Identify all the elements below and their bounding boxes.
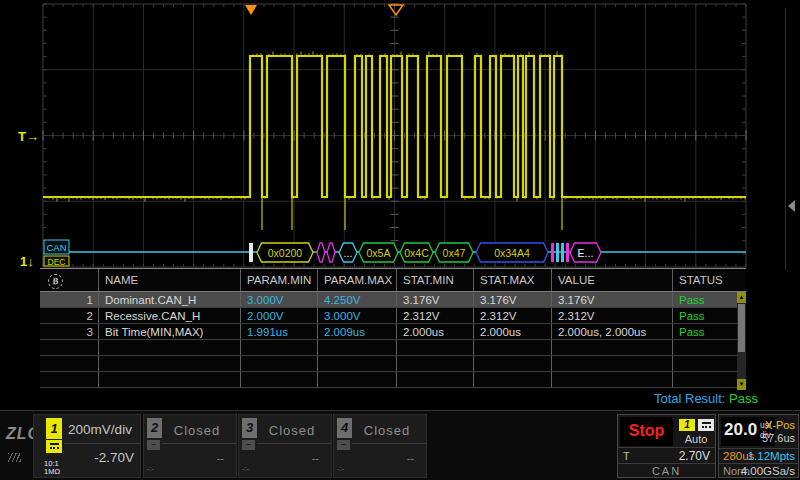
- table-cell: [240, 372, 317, 387]
- table-cell: [40, 356, 98, 371]
- table-cell: 1: [40, 292, 98, 307]
- channel-scale: 200mV/div: [64, 422, 136, 437]
- table-cell: [98, 356, 240, 371]
- table-cell: Dominant.CAN_H: [98, 292, 240, 307]
- status-bar: ZLG® 1200mV/div-2.70V10:11MΩ2Closed−---:…: [0, 410, 800, 480]
- scroll-down-icon[interactable]: ▼: [737, 379, 746, 390]
- column-header: STAT.MIN: [396, 269, 473, 291]
- timebase-scale: 20.0: [724, 420, 757, 440]
- table-cell: [98, 372, 240, 387]
- channel-value-placeholder: --: [217, 452, 224, 464]
- table-scrollbar[interactable]: ▲ ▼: [737, 292, 746, 390]
- measure-table-body: 1Dominant.CAN_H3.000V4.250V3.176V3.176V3…: [40, 292, 746, 388]
- can-decode-frame-label: 0x34A4: [494, 247, 530, 259]
- trigger-bus-type: CAN: [618, 465, 715, 477]
- timebase-status-box[interactable]: 20.0 us/ div X-Pos 57.6us 280us 1.12Mpts…: [718, 414, 799, 478]
- decode-label: DEC: [48, 257, 66, 267]
- table-cell: 1.991us: [240, 324, 317, 339]
- table-cell: 2.000us: [396, 324, 473, 339]
- table-cell: [473, 340, 551, 355]
- scroll-up-icon[interactable]: ▲: [737, 292, 746, 303]
- table-cell: [396, 340, 473, 355]
- can-decode-frame: [317, 243, 325, 262]
- can-bus-label: CAN: [46, 242, 66, 253]
- table-row[interactable]: 2Recessive.CAN_H2.000V3.000V2.312V2.312V…: [40, 308, 746, 324]
- table-cell: 2.312V: [473, 308, 551, 323]
- total-result: Total Result: Pass: [558, 391, 758, 406]
- table-cell: 3.176V: [473, 292, 551, 307]
- side-menu-divider: [785, 8, 786, 270]
- decode-bit-marker: [566, 243, 569, 262]
- channel-2-box[interactable]: 2Closed−---:-: [143, 414, 237, 478]
- table-cell: [317, 356, 396, 371]
- trigger-event-marker-icon[interactable]: [245, 5, 257, 15]
- oscilloscope-screen: T→1↓CANDEC0x0200...0x5A0x4C0x470x34A4E..…: [0, 0, 800, 480]
- table-cell: [396, 372, 473, 387]
- channel-4-box[interactable]: 4Closed−---:-: [333, 414, 427, 478]
- column-header: NAME: [98, 269, 240, 291]
- table-row[interactable]: 1Dominant.CAN_H3.000V4.250V3.176V3.176V3…: [40, 292, 746, 308]
- table-row[interactable]: [40, 372, 746, 388]
- divider: [64, 443, 140, 444]
- table-cell: 2.000V: [240, 308, 317, 323]
- table-cell: 2.000us: [473, 324, 551, 339]
- table-cell: 3.000V: [240, 292, 317, 307]
- coupling-dc-icon: [46, 440, 62, 453]
- side-menu-collapse-arrow[interactable]: [788, 200, 795, 212]
- trigger-mode: Auto: [677, 433, 715, 445]
- coupling-off-icon: −: [147, 440, 160, 450]
- table-cell: 3.000V: [317, 308, 396, 323]
- total-result-value: Pass: [729, 391, 758, 406]
- channel-3-box[interactable]: 3Closed−---:-: [238, 414, 332, 478]
- trigger-level-marker[interactable]: T→: [18, 129, 39, 144]
- can-decode-frame-label: ...: [344, 247, 353, 259]
- table-cell: Pass: [672, 292, 737, 307]
- coupling-off-icon: −: [337, 440, 350, 450]
- column-header: VALUE: [551, 269, 672, 291]
- channel-time-placeholder: -:-: [147, 464, 154, 473]
- channel-state: Closed: [257, 423, 327, 438]
- table-row[interactable]: [40, 356, 746, 372]
- trigger-status-box[interactable]: Stop 1 Auto T 2.70V CAN: [617, 414, 716, 478]
- table-cell: [240, 356, 317, 371]
- table-cell: [317, 340, 396, 355]
- can-decode-frame: [327, 243, 335, 262]
- channel-time-placeholder: -:-: [242, 464, 249, 473]
- channel-1-box[interactable]: 1200mV/div-2.70V10:11MΩ: [33, 414, 141, 478]
- can-decode-frame-label: 0x0200: [268, 247, 303, 259]
- measure-table-header: BNAMEPARAM.MINPARAM.MAXSTAT.MINSTAT.MAXV…: [40, 269, 746, 292]
- divider: [352, 443, 426, 444]
- table-cell: 4.250V: [317, 292, 396, 307]
- table-cell: [40, 340, 98, 355]
- total-result-label: Total Result:: [654, 391, 726, 406]
- column-header: STAT.MAX: [473, 269, 551, 291]
- channel-state: Closed: [352, 423, 422, 438]
- scrollbar-thumb[interactable]: [738, 304, 745, 352]
- table-row[interactable]: 3Bit Time(MIN,MAX)1.991us2.009us2.000us2…: [40, 324, 746, 340]
- table-row[interactable]: [40, 340, 746, 356]
- table-cell: [240, 340, 317, 355]
- bus-icon: B: [47, 273, 64, 290]
- channel1-position-marker[interactable]: 1↓: [20, 254, 34, 269]
- table-cell: [672, 340, 737, 355]
- column-header: STATUS: [672, 269, 746, 291]
- xpos-value: 57.6us: [762, 432, 795, 444]
- table-cell: [473, 372, 551, 387]
- grid: [43, 4, 746, 267]
- channel-number-badge: 3: [242, 418, 257, 438]
- bus-icon-cell: B: [40, 269, 98, 291]
- run-state-indicator[interactable]: Stop: [620, 417, 673, 446]
- table-cell: 3.176V: [396, 292, 473, 307]
- channel-number-badge: 1: [46, 418, 62, 439]
- table-cell: [40, 372, 98, 387]
- decode-bit-marker: [561, 243, 564, 262]
- trigger-position-marker-icon[interactable]: [389, 5, 403, 15]
- table-cell: 2.009us: [317, 324, 396, 339]
- table-cell: [473, 356, 551, 371]
- channel-state: Closed: [162, 423, 232, 438]
- table-cell: [672, 372, 737, 387]
- table-cell: [672, 356, 737, 371]
- table-cell: [551, 372, 672, 387]
- table-cell: Bit Time(MIN,MAX): [98, 324, 240, 339]
- table-cell: 2: [40, 308, 98, 323]
